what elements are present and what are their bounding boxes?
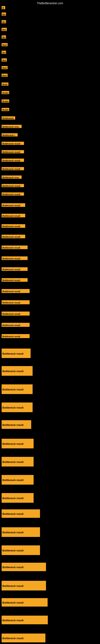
bottleneck-label-22: Bottleneck resu	[1, 176, 22, 179]
bottleneck-label-2: Bo	[1, 12, 6, 16]
bottleneck-label-31: Bottleneck result	[1, 267, 28, 271]
bottleneck-label-30: Bottleneck result	[1, 256, 28, 260]
bottleneck-label-28: Bottleneck result	[1, 235, 25, 238]
bottleneck-label-13: Bottle	[1, 100, 9, 103]
bottleneck-label-38: Bottleneck result	[1, 348, 31, 358]
bottleneck-label-24: Bottleneck result	[1, 192, 24, 196]
bottleneck-label-42: Bottleneck result	[1, 420, 31, 429]
bottleneck-label-15: Bottleneck	[1, 116, 15, 120]
bottleneck-label-25: Bottleneck result	[1, 203, 25, 207]
bottleneck-label-20: Bottleneck result	[1, 158, 24, 162]
bottleneck-label-8: Bot	[1, 58, 7, 62]
bottleneck-label-39: Bottleneck result	[1, 366, 33, 376]
bottleneck-label-19: Bottleneck result	[1, 150, 24, 153]
bottleneck-label-48: Bottleneck result	[1, 527, 40, 537]
bottleneck-label-10: Bott	[1, 74, 8, 77]
bottleneck-label-1: B	[1, 6, 5, 9]
bottleneck-label-55: Bottleneck result	[1, 634, 46, 642]
bottleneck-label-14: Bottle	[1, 108, 9, 111]
site-title: TheBottlenecker.com	[37, 2, 63, 5]
bottleneck-label-37: Bottleneck result	[1, 334, 30, 338]
bottleneck-label-32: Bottleneck result	[1, 278, 28, 282]
bottleneck-label-7: Bo	[1, 51, 6, 54]
bottleneck-label-34: Bottleneck result	[1, 300, 30, 304]
bottleneck-label-50: Bottleneck result	[1, 563, 46, 571]
bottleneck-label-4: Bot	[1, 28, 7, 31]
bottleneck-label-6: Bott	[1, 43, 8, 46]
bottleneck-label-53: Bottleneck result	[1, 616, 48, 624]
bottleneck-label-18: Bottleneck result	[1, 142, 24, 145]
bottleneck-label-46: Bottleneck result	[1, 493, 34, 503]
bottleneck-label-36: Bottleneck result	[1, 323, 30, 327]
bottleneck-label-35: Bottleneck result	[1, 312, 30, 316]
bottleneck-label-23: Bottleneck result	[1, 184, 24, 187]
bottleneck-label-12: Bottle	[1, 91, 9, 94]
bottleneck-label-21: Bottleneck result	[1, 167, 24, 170]
bottleneck-label-29: Bottleneck result	[1, 246, 28, 249]
bottleneck-label-9: Bott	[1, 66, 8, 69]
bottleneck-label-51: Bottleneck result	[1, 581, 46, 590]
bottleneck-label-41: Bottleneck result	[1, 402, 33, 412]
bottleneck-label-26: Bottleneck result	[1, 214, 25, 217]
bottleneck-label-49: Bottleneck result	[1, 546, 40, 555]
bottleneck-label-33: Bottleneck result	[1, 289, 30, 293]
bottleneck-label-43: Bottleneck result	[1, 439, 34, 448]
bottleneck-label-40: Bottleneck result	[1, 384, 33, 394]
bottleneck-label-45: Bottleneck result	[1, 475, 34, 484]
bottleneck-label-16: Bottleneck resu	[1, 125, 22, 128]
bottleneck-label-52: Bottleneck result	[1, 598, 48, 606]
bottleneck-label-17: Bottleneck r	[1, 133, 18, 136]
bottleneck-label-5: Bo	[1, 36, 6, 39]
bottleneck-label-44: Bottleneck result	[1, 457, 34, 466]
bottleneck-label-47: Bottleneck result	[1, 509, 40, 518]
bottleneck-label-27: Bottleneck result	[1, 224, 25, 228]
bottleneck-label-11: Bottl	[1, 82, 8, 86]
bottleneck-label-3: Bo	[1, 20, 6, 23]
